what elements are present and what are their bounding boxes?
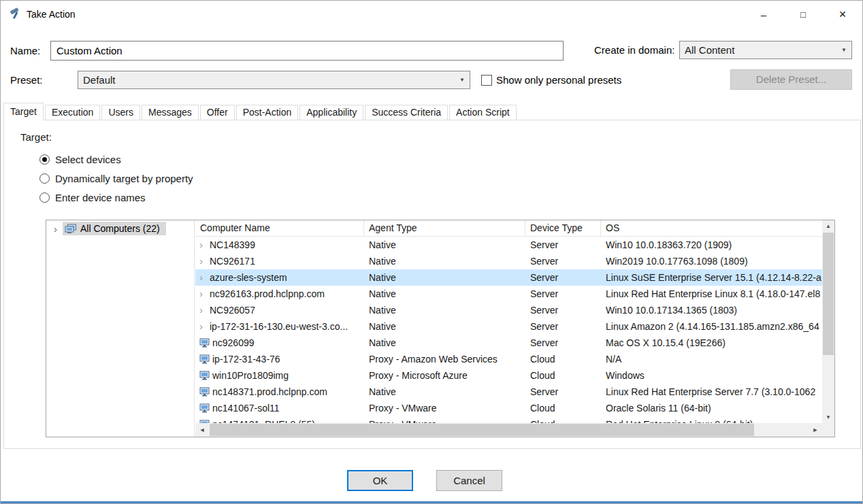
show-personal-presets-label[interactable]: Show only personal presets [496,71,621,89]
ok-button[interactable]: OK [347,470,413,491]
expand-chevron-icon[interactable]: › [199,289,210,299]
horizontal-scrollbar[interactable]: ◄ ► [195,423,822,437]
tab-offer[interactable]: Offer [200,105,235,120]
target-tab-panel: Target: Select devices Dynamically targe… [3,120,861,449]
take-action-hammer-icon [8,7,22,21]
table-header: Computer Name Agent Type Device Type OS [195,220,822,237]
create-in-domain-label: Create in domain: [594,41,674,59]
window-bottom-accent [1,501,862,503]
domain-selected-value: All Content [685,44,734,56]
column-header-agent-type[interactable]: Agent Type [364,220,525,236]
minimize-icon[interactable]: – [744,1,783,28]
table-row[interactable]: ›ip-172-31-16-130.eu-west-3.co... Native… [195,318,822,335]
tab-target[interactable]: Target [3,103,44,120]
vertical-scrollbar-thumb[interactable] [823,233,834,355]
scroll-right-icon[interactable]: ► [809,423,822,437]
tab-users[interactable]: Users [101,105,140,120]
show-personal-presets-checkbox[interactable] [481,75,492,86]
radio-dynamically-target[interactable]: Dynamically target by property [39,171,193,185]
computers-tree: › All Computers (22) [46,220,195,437]
expand-chevron-icon[interactable]: › [199,322,210,331]
name-input[interactable] [50,41,564,61]
expand-chevron-icon[interactable]: › [199,305,210,315]
scroll-up-icon[interactable]: ▲ [822,220,834,232]
table-row[interactable]: ›NC926057 Native Server Win10 10.0.17134… [195,302,822,318]
preset-selected-value: Default [83,74,116,86]
close-icon[interactable]: × [823,1,862,28]
table-row[interactable]: nc141067-sol11 Proxy - VMware Cloud Orac… [195,400,822,416]
scroll-down-icon[interactable]: ▼ [822,411,834,423]
scrollbar-corner [822,423,834,437]
computer-icon [199,354,210,364]
tab-applicability[interactable]: Applicability [299,105,363,120]
radio-button-icon[interactable] [39,192,50,203]
computer-icon [199,371,210,380]
scroll-left-icon[interactable]: ◄ [195,423,209,437]
radio-enter-device-names[interactable]: Enter device names [39,190,146,204]
title-bar: Take Action – □ × [1,1,862,28]
tab-messages[interactable]: Messages [142,105,199,120]
table-body: ›NC148399 Native Server Win10 10.0.18363… [195,237,822,437]
table-row[interactable]: ›NC148399 Native Server Win10 10.0.18363… [195,237,822,253]
table-row[interactable]: ›nc926163.prod.hclpnp.com Native Server … [195,286,822,302]
computer-icon [199,403,210,413]
tree-item-all-computers[interactable]: › All Computers (22) [46,220,194,237]
radio-select-devices[interactable]: Select devices [39,152,121,166]
tab-action-script[interactable]: Action Script [449,105,517,120]
table-row[interactable]: nc148371.prod.hclpnp.com Native Server L… [195,384,822,400]
expand-chevron-icon[interactable]: › [199,256,210,266]
tab-strip: Target Execution Users Messages Offer Po… [3,103,518,120]
radio-button-icon[interactable] [39,173,50,184]
table-row[interactable]: ip-172-31-43-76 Proxy - Amazon Web Servi… [195,351,822,367]
cancel-button[interactable]: Cancel [436,470,502,491]
computer-icon [199,338,210,348]
delete-preset-button[interactable]: Delete Preset... [730,69,852,90]
computer-icon [199,387,210,397]
chevron-down-icon: ▼ [841,47,847,53]
preset-select[interactable]: Default ▼ [78,71,470,89]
tab-success-criteria[interactable]: Success Criteria [365,105,448,120]
preset-label: Preset: [10,71,43,89]
tab-execution[interactable]: Execution [45,105,100,120]
horizontal-scrollbar-thumb[interactable] [210,424,754,436]
window-title: Take Action [27,9,76,20]
radio-button-icon[interactable] [39,154,50,165]
name-label: Name: [10,41,40,61]
devices-table: Computer Name Agent Type Device Type OS … [195,220,822,437]
domain-select[interactable]: All Content ▼ [679,41,852,59]
expand-chevron-icon[interactable]: › [199,273,210,282]
expand-chevron-icon[interactable]: › [54,224,63,234]
table-row-selected[interactable]: ›azure-sles-system Native Server Linux S… [195,269,822,286]
maximize-icon[interactable]: □ [783,1,823,28]
computer-group-icon [65,224,77,234]
column-header-computer-name[interactable]: Computer Name [195,220,364,236]
table-row[interactable]: ›NC926171 Native Server Win2019 10.0.177… [195,253,822,269]
column-header-os[interactable]: OS [601,220,822,236]
target-heading: Target: [20,131,52,143]
table-row[interactable]: nc926099 Native Server Mac OS X 10.15.4 … [195,335,822,351]
vertical-scrollbar[interactable]: ▲ ▼ [822,220,834,423]
tree-item-label[interactable]: All Computers (22) [80,223,160,234]
table-row[interactable]: win10Pro1809img Proxy - Microsoft Azure … [195,367,822,384]
column-header-device-type[interactable]: Device Type [525,220,601,236]
chevron-down-icon: ▼ [459,77,465,83]
devices-pane: › All Computers (22) [46,220,835,437]
tab-post-action[interactable]: Post-Action [236,105,299,120]
take-action-dialog: { "window": { "title": "Take Action" }, … [0,0,863,504]
expand-chevron-icon[interactable]: › [199,240,210,250]
